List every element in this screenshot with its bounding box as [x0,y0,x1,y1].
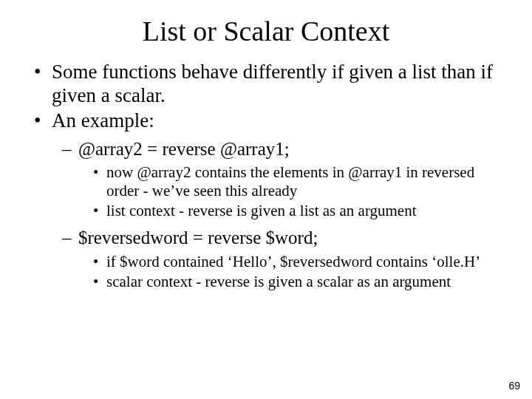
bullet-list-level3-b: if $word contained ‘Hello’, $reversedwor… [93,253,502,291]
bullet-list-level1: Some functions behave differently if giv… [33,61,502,291]
slide: List or Scalar Context Some functions be… [0,0,532,399]
list-context-detail-2: list context - reverse is given a list a… [93,202,502,220]
bullet-example: An example: @array2 = reverse @array1; n… [33,109,502,291]
scalar-context-detail-1: if $word contained ‘Hello’, $reversedwor… [93,253,502,271]
scalar-context-detail-2: scalar context - reverse is given a scal… [93,273,502,291]
page-number: 69 [508,380,520,392]
bullet-list-level2: @array2 = reverse @array1; now @array2 c… [62,137,502,291]
example-scalar-code: $reversedword = reverse $word; [78,228,318,248]
bullet-intro: Some functions behave differently if giv… [33,61,502,108]
list-context-detail-1: now @array2 contains the elements in @ar… [93,163,502,200]
slide-title: List or Scalar Context [30,15,502,47]
bullet-example-label: An example: [52,109,154,132]
example-scalar-context: $reversedword = reverse $word; if $word … [62,226,502,291]
example-list-code: @array2 = reverse @array1; [78,139,290,159]
example-list-context: @array2 = reverse @array1; now @array2 c… [62,137,502,221]
bullet-list-level3-a: now @array2 contains the elements in @ar… [93,163,502,221]
